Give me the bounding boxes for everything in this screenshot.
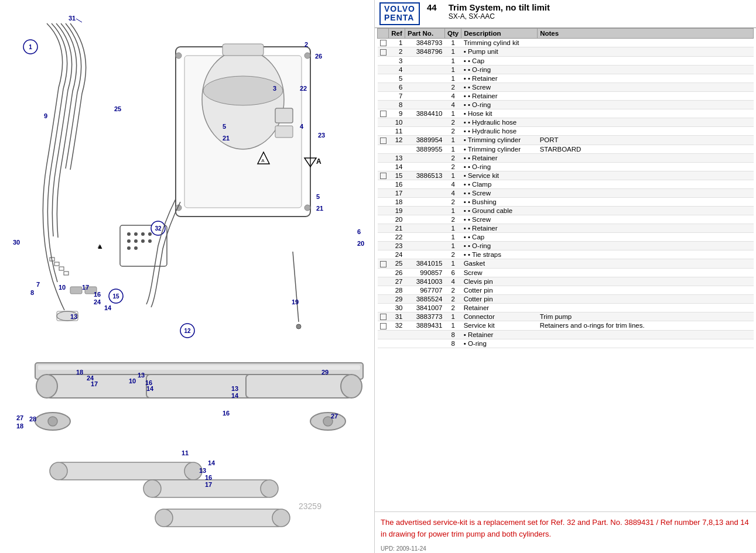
checkbox[interactable] [380, 49, 386, 56]
checkbox-cell [378, 127, 389, 136]
checkbox[interactable] [380, 138, 386, 144]
svg-point-71 [143, 480, 161, 497]
qty-cell: 4 [445, 189, 461, 198]
checkbox-cell[interactable] [378, 38, 389, 47]
svg-point-74 [155, 509, 173, 527]
checkbox-cell [378, 56, 389, 65]
partno-cell: 990857 [405, 268, 445, 277]
qty-cell: 1 [445, 321, 461, 330]
desc-cell: • • Hydraulic hose [461, 118, 538, 127]
checkbox[interactable] [380, 111, 386, 117]
sub-title: SX-A, SX-AAC [449, 12, 550, 20]
checkbox-cell [378, 65, 389, 74]
table-row: 38899551• Trimming cylinderSTARBOARD [378, 145, 754, 153]
notes-cell: Trim pump [538, 312, 754, 321]
table-row: 164• • Clamp [378, 180, 754, 189]
ref-cell: 16 [389, 180, 405, 189]
table-row: 102• • Hydraulic hose [378, 118, 754, 127]
qty-cell: 4 [445, 100, 461, 109]
table-row: 231• • O-ring [378, 242, 754, 250]
checkbox-cell[interactable] [378, 47, 389, 56]
checkbox-cell[interactable] [378, 171, 389, 180]
table-row: 84• • O-ring [378, 100, 754, 109]
partno-cell: 3885524 [405, 294, 445, 303]
svg-rect-56 [38, 365, 360, 370]
checkbox-cell [378, 286, 389, 294]
checkbox-cell[interactable] [378, 321, 389, 330]
svg-text:A: A [261, 158, 265, 163]
svg-text:14: 14 [146, 385, 154, 392]
notes-cell [538, 215, 754, 224]
qty-cell: 2 [445, 127, 461, 136]
notes-cell [538, 224, 754, 233]
table-row: 8• O-ring [378, 339, 754, 348]
parts-table-container[interactable]: Ref Part No. Qty Description Notes 13848… [375, 28, 756, 511]
checkbox[interactable] [380, 314, 386, 320]
ref-cell: 3 [389, 56, 405, 65]
partno-cell [405, 224, 445, 233]
ref-cell: 25 [389, 259, 405, 268]
checkbox-cell[interactable] [378, 259, 389, 268]
notes-cell [538, 207, 754, 215]
checkbox-cell[interactable] [378, 109, 389, 118]
ref-cell: 5 [389, 74, 405, 83]
logo-volvo: VOLVO [384, 5, 415, 13]
checkbox[interactable] [380, 323, 386, 329]
notes-cell [538, 277, 754, 286]
svg-text:20: 20 [357, 240, 364, 247]
partno-cell [405, 330, 445, 339]
svg-text:1: 1 [29, 44, 32, 50]
svg-point-102 [296, 324, 301, 329]
desc-cell: Retainer [461, 303, 538, 312]
ref-cell: 10 [389, 118, 405, 127]
svg-point-72 [261, 480, 278, 497]
desc-cell: • • Bushing [461, 198, 538, 207]
svg-point-68 [50, 462, 67, 480]
svg-text:11: 11 [182, 449, 189, 456]
notes-cell [538, 303, 754, 312]
ref-cell: 1 [389, 38, 405, 47]
svg-text:17: 17 [82, 284, 89, 291]
notes-cell [538, 180, 754, 189]
qty-cell: 4 [445, 277, 461, 286]
notes-cell [538, 233, 754, 242]
footer-url: UPD: 2009-11-24 [375, 544, 756, 553]
svg-text:17: 17 [205, 481, 212, 488]
desc-cell: • • Screw [461, 189, 538, 198]
ref-cell [389, 145, 405, 153]
diagram-area: 23259 1 12 15 31 [0, 0, 375, 553]
desc-cell: • • Retainer [461, 153, 538, 162]
checkbox-cell[interactable] [378, 312, 389, 321]
footer-note-text: The advertised service-kit is a replacem… [381, 518, 749, 538]
checkbox[interactable] [380, 173, 386, 179]
col-qty: Qty [445, 28, 461, 38]
svg-text:2: 2 [305, 41, 308, 48]
svg-text:14: 14 [208, 459, 215, 466]
checkbox[interactable] [380, 261, 386, 267]
svg-point-44 [134, 246, 138, 250]
volvo-penta-logo: VOLVO PENTA [379, 2, 420, 25]
desc-cell: Connector [461, 312, 538, 321]
svg-point-114 [305, 53, 310, 59]
svg-text:14: 14 [104, 304, 112, 311]
desc-cell: • • Retainer [461, 91, 538, 100]
notes-cell [538, 65, 754, 74]
checkbox-cell [378, 215, 389, 224]
ref-cell: 14 [389, 162, 405, 171]
checkbox-cell [378, 268, 389, 277]
svg-rect-73 [164, 509, 281, 527]
checkbox-cell[interactable] [378, 136, 389, 145]
checkbox-cell [378, 224, 389, 233]
svg-text:A: A [316, 157, 321, 166]
svg-point-75 [272, 509, 290, 527]
qty-cell: 2 [445, 303, 461, 312]
desc-cell: • • Cap [461, 56, 538, 65]
svg-text:28: 28 [29, 415, 36, 423]
partno-cell [405, 74, 445, 83]
svg-point-40 [127, 239, 131, 243]
svg-rect-76 [70, 287, 82, 294]
checkbox[interactable] [380, 40, 386, 46]
svg-text:16: 16 [94, 291, 101, 298]
svg-text:27: 27 [331, 413, 338, 420]
qty-cell: 1 [445, 56, 461, 65]
